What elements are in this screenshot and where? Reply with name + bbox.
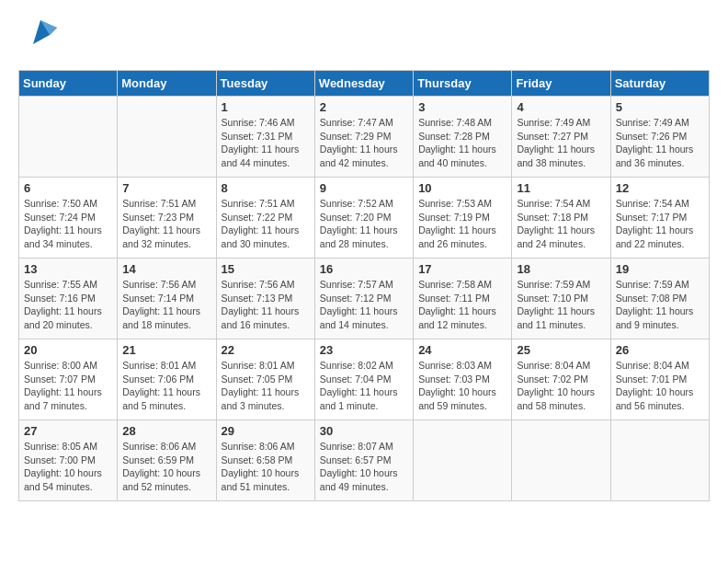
calendar-cell: 11Sunrise: 7:54 AM Sunset: 7:18 PM Dayli… [512,178,610,259]
day-info: Sunrise: 8:04 AM Sunset: 7:01 PM Dayligh… [616,359,704,413]
day-number: 24 [418,343,506,357]
day-number: 2 [320,100,408,114]
day-info: Sunrise: 8:07 AM Sunset: 6:57 PM Dayligh… [320,440,408,494]
day-info: Sunrise: 8:06 AM Sunset: 6:59 PM Dayligh… [122,440,210,494]
day-number: 11 [517,181,605,195]
calendar-cell: 23Sunrise: 8:02 AM Sunset: 7:04 PM Dayli… [314,339,413,420]
calendar-cell: 15Sunrise: 7:56 AM Sunset: 7:13 PM Dayli… [216,259,314,339]
day-info: Sunrise: 7:51 AM Sunset: 7:23 PM Dayligh… [122,197,210,251]
day-number: 1 [222,100,310,114]
day-info: Sunrise: 7:59 AM Sunset: 7:08 PM Dayligh… [616,278,704,332]
calendar-cell: 6Sunrise: 7:50 AM Sunset: 7:24 PM Daylig… [19,178,118,259]
calendar-week-4: 20Sunrise: 8:00 AM Sunset: 7:07 PM Dayli… [19,339,710,420]
calendar-cell [610,420,709,501]
day-info: Sunrise: 8:01 AM Sunset: 7:05 PM Dayligh… [222,359,310,413]
calendar-cell: 13Sunrise: 7:55 AM Sunset: 7:16 PM Dayli… [19,259,118,339]
day-number: 18 [517,262,605,276]
day-number: 9 [320,181,408,195]
day-number: 20 [24,343,112,357]
calendar-cell: 18Sunrise: 7:59 AM Sunset: 7:10 PM Dayli… [512,259,610,339]
calendar-cell: 14Sunrise: 7:56 AM Sunset: 7:14 PM Dayli… [118,259,216,339]
day-number: 25 [517,343,605,357]
day-info: Sunrise: 7:51 AM Sunset: 7:22 PM Dayligh… [222,197,310,251]
day-number: 26 [616,343,704,357]
calendar-cell [118,97,216,178]
day-number: 4 [517,100,605,114]
day-number: 23 [320,343,408,357]
calendar-cell: 10Sunrise: 7:53 AM Sunset: 7:19 PM Dayli… [414,178,512,259]
day-info: Sunrise: 7:54 AM Sunset: 7:17 PM Dayligh… [616,197,704,251]
day-number: 5 [616,100,704,114]
calendar-cell: 27Sunrise: 8:05 AM Sunset: 7:00 PM Dayli… [19,420,118,501]
day-info: Sunrise: 7:53 AM Sunset: 7:19 PM Dayligh… [418,197,506,251]
column-header-tuesday: Tuesday [216,71,314,97]
day-number: 13 [24,262,112,276]
calendar-cell: 30Sunrise: 8:07 AM Sunset: 6:57 PM Dayli… [314,420,413,501]
day-info: Sunrise: 7:52 AM Sunset: 7:20 PM Dayligh… [320,197,408,251]
day-number: 10 [418,181,506,195]
day-info: Sunrise: 7:58 AM Sunset: 7:11 PM Dayligh… [418,278,506,332]
column-header-thursday: Thursday [414,71,512,97]
day-number: 14 [122,262,210,276]
day-number: 12 [616,181,704,195]
day-info: Sunrise: 7:59 AM Sunset: 7:10 PM Dayligh… [517,278,605,332]
calendar-cell: 12Sunrise: 7:54 AM Sunset: 7:17 PM Dayli… [610,178,709,259]
day-info: Sunrise: 7:49 AM Sunset: 7:26 PM Dayligh… [616,116,704,170]
calendar-cell: 22Sunrise: 8:01 AM Sunset: 7:05 PM Dayli… [216,339,314,420]
day-number: 27 [24,424,112,438]
calendar-cell: 26Sunrise: 8:04 AM Sunset: 7:01 PM Dayli… [610,339,709,420]
day-info: Sunrise: 8:02 AM Sunset: 7:04 PM Dayligh… [320,359,408,413]
day-number: 17 [418,262,506,276]
calendar-cell: 29Sunrise: 8:06 AM Sunset: 6:58 PM Dayli… [216,420,314,501]
day-info: Sunrise: 8:06 AM Sunset: 6:58 PM Dayligh… [222,440,310,494]
day-info: Sunrise: 7:55 AM Sunset: 7:16 PM Dayligh… [24,278,112,332]
calendar-cell [512,420,610,501]
day-info: Sunrise: 8:00 AM Sunset: 7:07 PM Dayligh… [24,359,112,413]
day-info: Sunrise: 7:47 AM Sunset: 7:29 PM Dayligh… [320,116,408,170]
column-header-sunday: Sunday [19,71,118,97]
day-info: Sunrise: 8:04 AM Sunset: 7:02 PM Dayligh… [517,359,605,413]
day-number: 30 [320,424,408,438]
calendar-cell: 4Sunrise: 7:49 AM Sunset: 7:27 PM Daylig… [512,97,610,178]
calendar-cell: 3Sunrise: 7:48 AM Sunset: 7:28 PM Daylig… [414,97,512,178]
day-number: 7 [122,181,210,195]
calendar-cell: 7Sunrise: 7:51 AM Sunset: 7:23 PM Daylig… [118,178,216,259]
day-number: 21 [122,343,210,357]
day-number: 3 [418,100,506,114]
day-number: 29 [222,424,310,438]
calendar-cell: 20Sunrise: 8:00 AM Sunset: 7:07 PM Dayli… [19,339,118,420]
calendar-cell: 1Sunrise: 7:46 AM Sunset: 7:31 PM Daylig… [216,97,314,178]
calendar-week-3: 13Sunrise: 7:55 AM Sunset: 7:16 PM Dayli… [19,259,710,339]
calendar-week-1: 1Sunrise: 7:46 AM Sunset: 7:31 PM Daylig… [19,97,710,178]
calendar-cell [414,420,512,501]
day-number: 16 [320,262,408,276]
day-number: 28 [122,424,210,438]
day-number: 8 [222,181,310,195]
calendar-header-row: SundayMondayTuesdayWednesdayThursdayFrid… [19,71,710,97]
day-info: Sunrise: 7:49 AM Sunset: 7:27 PM Dayligh… [517,116,605,170]
day-number: 22 [222,343,310,357]
day-info: Sunrise: 7:46 AM Sunset: 7:31 PM Dayligh… [222,116,310,170]
calendar-cell [19,97,118,178]
calendar-cell: 5Sunrise: 7:49 AM Sunset: 7:26 PM Daylig… [610,97,709,178]
page-header [18,18,710,55]
day-info: Sunrise: 8:03 AM Sunset: 7:03 PM Dayligh… [418,359,506,413]
column-header-friday: Friday [512,71,610,97]
day-info: Sunrise: 7:50 AM Sunset: 7:24 PM Dayligh… [24,197,112,251]
day-info: Sunrise: 7:56 AM Sunset: 7:14 PM Dayligh… [122,278,210,332]
day-info: Sunrise: 7:57 AM Sunset: 7:12 PM Dayligh… [320,278,408,332]
calendar-body: 1Sunrise: 7:46 AM Sunset: 7:31 PM Daylig… [19,97,710,501]
day-number: 15 [222,262,310,276]
day-number: 6 [24,181,112,195]
column-header-saturday: Saturday [610,71,709,97]
day-info: Sunrise: 8:01 AM Sunset: 7:06 PM Dayligh… [122,359,210,413]
day-number: 19 [616,262,704,276]
calendar-cell: 28Sunrise: 8:06 AM Sunset: 6:59 PM Dayli… [118,420,216,501]
calendar-cell: 21Sunrise: 8:01 AM Sunset: 7:06 PM Dayli… [118,339,216,420]
calendar-cell: 17Sunrise: 7:58 AM Sunset: 7:11 PM Dayli… [414,259,512,339]
column-header-monday: Monday [118,71,216,97]
calendar-cell: 24Sunrise: 8:03 AM Sunset: 7:03 PM Dayli… [414,339,512,420]
calendar-cell: 9Sunrise: 7:52 AM Sunset: 7:20 PM Daylig… [314,178,413,259]
column-header-wednesday: Wednesday [314,71,413,97]
calendar-cell: 25Sunrise: 8:04 AM Sunset: 7:02 PM Dayli… [512,339,610,420]
